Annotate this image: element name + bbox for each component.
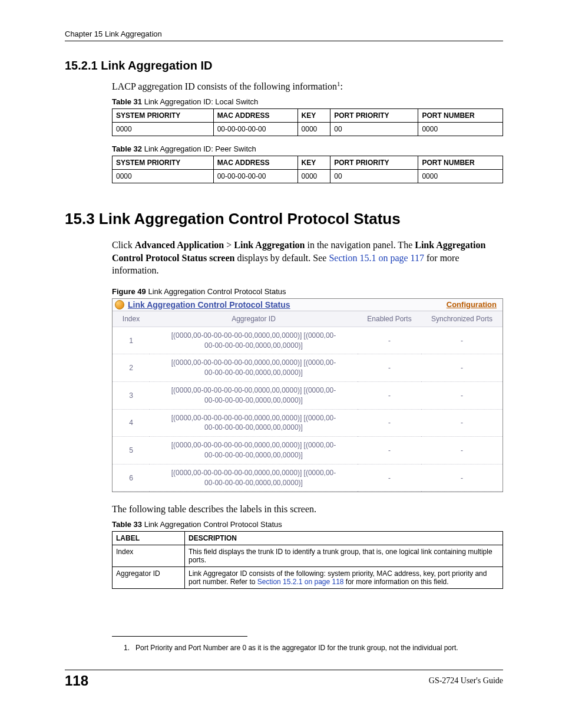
guide-name: GS-2724 User's Guide: [429, 676, 503, 686]
col-index: Index: [113, 311, 150, 327]
table-row: SYSTEM PRIORITY MAC ADDRESS KEY PORT PRI…: [113, 156, 503, 170]
t33-h-label: LABEL: [113, 532, 185, 545]
table-31-caption: Table 31 Link Aggregation ID: Local Swit…: [112, 97, 503, 106]
t31-c3: 00: [330, 123, 418, 136]
txt: displays by default. See: [234, 253, 329, 263]
table-32-caption-bold: Table 32: [112, 144, 142, 153]
table-33: LABEL DESCRIPTION Index This field displ…: [112, 531, 503, 589]
figure-49-caption-bold: Figure 49: [112, 287, 146, 296]
heading-15-3: 15.3 Link Aggregation Control Protocol S…: [65, 210, 503, 228]
page-number: 118: [65, 673, 88, 689]
t31-c0: 0000: [113, 123, 214, 136]
agg: [(0000,00-00-00-00-00-00,0000,00,0000)] …: [150, 354, 358, 382]
agg-l2: 00-00-00-00-00,0000,00,0000)]: [204, 368, 303, 377]
heading-15-2-1: 15.2.1 Link Aggregation ID: [65, 59, 503, 73]
t31-c2: 0000: [297, 123, 330, 136]
col-aggregator-id: Aggregator ID: [150, 311, 358, 327]
sp: -: [421, 354, 503, 382]
lacp-status-table: Index Aggregator ID Enabled Ports Synchr…: [113, 311, 503, 492]
table-row: 1[(0000,00-00-00-00-00-00,0000,00,0000)]…: [113, 327, 503, 354]
footnote-rule: [112, 636, 247, 637]
table-row: 4[(0000,00-00-00-00-00-00,0000,00,0000)]…: [113, 409, 503, 437]
t31-h0: SYSTEM PRIORITY: [113, 109, 214, 123]
agg-l1: [(0000,00-00-00-00-00-00,0000,00,0000)] …: [171, 414, 336, 422]
txt: in the navigation panel. The: [305, 240, 415, 250]
agg: [(0000,00-00-00-00-00-00,0000,00,0000)] …: [150, 381, 358, 409]
intro-paragraph: LACP aggregation ID consists of the foll…: [112, 80, 503, 93]
table-row: Index Aggregator ID Enabled Ports Synchr…: [113, 311, 503, 327]
t31-h2: KEY: [297, 109, 330, 123]
after-figure-text: The following table describes the labels…: [112, 503, 503, 515]
lacp-status-screenshot: Link Aggregation Control Protocol Status…: [112, 298, 503, 493]
ep: -: [358, 437, 421, 465]
table-row: 2[(0000,00-00-00-00-00-00,0000,00,0000)]…: [113, 354, 503, 382]
table-row: LABEL DESCRIPTION: [113, 532, 503, 545]
t31-c1: 00-00-00-00-00: [213, 123, 297, 136]
intro-text-a: LACP aggregation ID consists of the foll…: [112, 81, 337, 91]
table-31: SYSTEM PRIORITY MAC ADDRESS KEY PORT PRI…: [112, 108, 503, 136]
idx: 5: [113, 437, 150, 465]
agg-l2: 00-00-00-00-00,0000,00,0000)]: [204, 479, 303, 487]
table-row: 6[(0000,00-00-00-00-00-00,0000,00,0000)]…: [113, 464, 503, 492]
table-row: Index This field displays the trunk ID t…: [113, 545, 503, 567]
footnote-text: Port Priority and Port Number are 0 as i…: [135, 644, 458, 652]
table-row: 0000 00-00-00-00-00 0000 00 0000: [113, 170, 503, 183]
agg-l1: [(0000,00-00-00-00-00-00,0000,00,0000)] …: [171, 386, 336, 394]
t33-r2-label: Aggregator ID: [113, 567, 185, 589]
section-15-3-intro: Click Advanced Application > Link Aggreg…: [112, 239, 503, 276]
table-31-caption-rest: Link Aggregation ID: Local Switch: [142, 97, 258, 106]
col-synchronized-ports: Synchronized Ports: [421, 311, 503, 327]
table-row: SYSTEM PRIORITY MAC ADDRESS KEY PORT PRI…: [113, 109, 503, 123]
idx: 6: [113, 464, 150, 492]
ep: -: [358, 327, 421, 354]
txt: Click: [112, 240, 135, 250]
agg-l1: [(0000,00-00-00-00-00-00,0000,00,0000)] …: [171, 358, 336, 367]
agg-l1: [(0000,00-00-00-00-00-00,0000,00,0000)] …: [171, 331, 336, 340]
agg-l2: 00-00-00-00-00,0000,00,0000)]: [204, 396, 303, 404]
idx: 4: [113, 409, 150, 437]
bullet-icon: [115, 300, 124, 309]
agg-l2: 00-00-00-00-00,0000,00,0000)]: [204, 341, 303, 350]
agg: [(0000,00-00-00-00-00-00,0000,00,0000)] …: [150, 437, 358, 465]
link-section-15-2-1[interactable]: Section 15.2.1 on page 118: [257, 578, 344, 586]
intro-text-b: :: [340, 81, 343, 91]
agg-l2: 00-00-00-00-00,0000,00,0000)]: [204, 423, 303, 431]
t32-h4: PORT NUMBER: [418, 156, 503, 170]
screen-title: Link Aggregation Control Protocol Status: [128, 300, 290, 309]
table-32: SYSTEM PRIORITY MAC ADDRESS KEY PORT PRI…: [112, 156, 503, 183]
configuration-link[interactable]: Configuration: [447, 300, 497, 309]
sp: -: [421, 327, 503, 354]
screen-header: Link Aggregation Control Protocol Status…: [113, 299, 503, 311]
t31-h3: PORT PRIORITY: [330, 109, 418, 123]
t33-r1-desc: This field displays the trunk ID to iden…: [185, 545, 503, 567]
table-row: 5[(0000,00-00-00-00-00-00,0000,00,0000)]…: [113, 437, 503, 465]
txt-bold: Advanced Application: [135, 240, 224, 250]
table-33-caption-bold: Table 33: [112, 520, 142, 529]
page-footer: 118 GS-2724 User's Guide: [65, 670, 503, 689]
idx: 3: [113, 381, 150, 409]
t32-h1: MAC ADDRESS: [213, 156, 297, 170]
agg-l1: [(0000,00-00-00-00-00-00,0000,00,0000)] …: [171, 469, 336, 477]
table-32-caption-rest: Link Aggregation ID: Peer Switch: [142, 144, 256, 153]
agg-l2: 00-00-00-00-00,0000,00,0000)]: [204, 451, 303, 459]
chapter-header: Chapter 15 Link Aggregation: [65, 29, 503, 41]
agg: [(0000,00-00-00-00-00-00,0000,00,0000)] …: [150, 327, 358, 354]
t32-c4: 0000: [418, 170, 503, 183]
t33-h-desc: DESCRIPTION: [185, 532, 503, 545]
t31-h1: MAC ADDRESS: [213, 109, 297, 123]
footnote-1: 1. Port Priority and Port Number are 0 a…: [124, 644, 503, 652]
footnote-num: 1.: [124, 644, 130, 652]
t32-h2: KEY: [297, 156, 330, 170]
agg: [(0000,00-00-00-00-00-00,0000,00,0000)] …: [150, 464, 358, 492]
ep: -: [358, 409, 421, 437]
sp: -: [421, 437, 503, 465]
idx: 1: [113, 327, 150, 354]
txt: for more information on this field.: [344, 578, 449, 586]
sp: -: [421, 464, 503, 492]
ep: -: [358, 464, 421, 492]
link-section-15-1[interactable]: Section 15.1 on page 117: [329, 253, 424, 263]
txt: >: [224, 240, 234, 250]
figure-49-caption: Figure 49 Link Aggregation Control Proto…: [112, 287, 503, 296]
t32-c1: 00-00-00-00-00: [213, 170, 297, 183]
table-32-caption: Table 32 Link Aggregation ID: Peer Switc…: [112, 144, 503, 153]
